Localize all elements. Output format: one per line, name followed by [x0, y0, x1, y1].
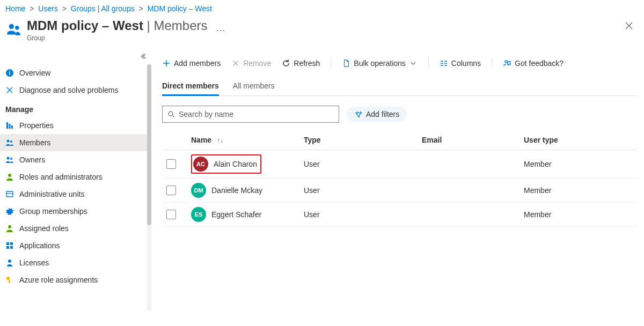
- sidebar-item-owners[interactable]: Owners: [0, 151, 150, 168]
- sidebar-item-label: Group memberships: [19, 207, 87, 216]
- refresh-button[interactable]: Refresh: [282, 59, 320, 68]
- title-light: | Members: [143, 18, 208, 33]
- col-email[interactable]: Email: [418, 130, 519, 150]
- toolbar-separator: [331, 58, 331, 69]
- add-filters-label: Add filters: [366, 110, 399, 118]
- sidebar-item-properties[interactable]: Properties: [0, 117, 150, 134]
- tab-direct-members[interactable]: Direct members: [162, 78, 219, 95]
- toolbar-label: Add members: [174, 59, 221, 68]
- roles-icon: [5, 173, 14, 181]
- member-usertype: Member: [519, 150, 638, 179]
- svg-point-24: [8, 260, 11, 263]
- collapse-sidebar-button[interactable]: [140, 53, 147, 62]
- close-button[interactable]: [625, 21, 633, 33]
- breadcrumb-current[interactable]: MDM policy – West: [148, 4, 212, 13]
- toolbar-label: Remove: [243, 59, 271, 68]
- search-icon: [167, 110, 175, 118]
- breadcrumb-groups[interactable]: Groups | All groups: [71, 4, 135, 13]
- breadcrumb: Home > Users > Groups | All groups > MDM…: [0, 0, 644, 16]
- member-type: User: [299, 150, 418, 179]
- col-checkbox: [162, 130, 187, 150]
- sidebar-item-group-memberships[interactable]: Group memberships: [0, 203, 150, 220]
- more-actions-button[interactable]: ···: [216, 25, 226, 36]
- sidebar-item-members[interactable]: Members: [0, 134, 150, 151]
- breadcrumb-users[interactable]: Users: [38, 4, 58, 13]
- svg-point-1: [15, 26, 19, 29]
- svg-point-6: [9, 71, 10, 72]
- table-row[interactable]: DMDanielle Mckay User Member: [162, 179, 638, 203]
- columns-icon: [440, 59, 448, 68]
- licenses-icon: [5, 258, 14, 267]
- name-cell[interactable]: DMDanielle Mckay: [191, 183, 295, 198]
- sidebar-item-label: Roles and administrators: [19, 173, 103, 181]
- tab-all-members[interactable]: All members: [233, 78, 275, 95]
- diagnose-icon: [5, 86, 14, 94]
- svg-point-38: [505, 61, 507, 63]
- svg-point-16: [8, 174, 11, 177]
- properties-icon: [5, 121, 14, 130]
- sidebar-item-label: Azure role assignments: [19, 276, 98, 284]
- sidebar-item-label: Overview: [19, 69, 50, 77]
- name-cell[interactable]: ACAlain Charon: [191, 154, 295, 174]
- gear-icon: [5, 207, 14, 216]
- group-icon: [6, 21, 21, 36]
- avatar: ES: [191, 207, 206, 222]
- sidebar-item-azure-roles[interactable]: Azure role assignments: [0, 271, 150, 288]
- row-checkbox[interactable]: [166, 159, 176, 169]
- row-checkbox[interactable]: [166, 210, 176, 219]
- columns-button[interactable]: Columns: [440, 59, 481, 68]
- bulk-operations-button[interactable]: Bulk operations: [342, 59, 418, 68]
- sidebar-item-label: Applications: [19, 241, 60, 250]
- remove-button: Remove: [231, 59, 271, 68]
- toolbar-label: Refresh: [294, 59, 320, 68]
- feedback-button[interactable]: Got feedback?: [503, 59, 564, 68]
- member-email: [418, 150, 519, 179]
- refresh-icon: [282, 59, 290, 68]
- admin-units-icon: [5, 190, 14, 198]
- sidebar-item-applications[interactable]: Applications: [0, 237, 150, 254]
- add-members-button[interactable]: Add members: [162, 59, 221, 68]
- svg-point-39: [169, 112, 173, 116]
- table-row[interactable]: ESEggert Schafer User Member: [162, 203, 638, 227]
- sidebar-item-licenses[interactable]: Licenses: [0, 254, 150, 271]
- add-filters-button[interactable]: Add filters: [347, 107, 407, 122]
- svg-point-14: [7, 157, 10, 160]
- row-checkbox[interactable]: [166, 186, 176, 195]
- breadcrumb-sep: >: [30, 4, 34, 13]
- sidebar-item-label: Licenses: [19, 258, 49, 267]
- col-type[interactable]: Type: [299, 130, 418, 150]
- sidebar-item-overview[interactable]: Overview: [0, 64, 150, 82]
- breadcrumb-home[interactable]: Home: [5, 4, 25, 13]
- toolbar-label: Got feedback?: [515, 59, 564, 68]
- col-name-label: Name: [191, 136, 211, 144]
- table-row[interactable]: ACAlain Charon User Member: [162, 150, 638, 179]
- page-subtitle: Group: [27, 34, 208, 42]
- page-header: MDM policy – West | Members Group ···: [0, 16, 644, 49]
- name-cell[interactable]: ESEggert Schafer: [191, 207, 295, 222]
- col-name[interactable]: Name ↑↓: [187, 130, 299, 150]
- member-email: [418, 179, 519, 203]
- search-box[interactable]: [162, 106, 339, 123]
- svg-rect-10: [9, 124, 11, 129]
- svg-rect-17: [6, 191, 13, 197]
- sidebar-item-label: Owners: [19, 155, 45, 164]
- member-type: User: [299, 179, 418, 203]
- sidebar-section-manage: Manage: [0, 99, 150, 117]
- sidebar-item-roles-admins[interactable]: Roles and administrators: [0, 168, 150, 186]
- svg-point-12: [7, 140, 10, 143]
- members-icon: [5, 138, 14, 147]
- svg-rect-9: [6, 122, 8, 129]
- svg-rect-20: [6, 242, 9, 245]
- search-input[interactable]: [179, 110, 334, 118]
- sidebar-item-assigned-roles[interactable]: Assigned roles: [0, 220, 150, 237]
- col-usertype[interactable]: User type: [519, 130, 638, 150]
- svg-rect-22: [6, 246, 9, 249]
- x-icon: [231, 59, 240, 68]
- sidebar-item-label: Administrative units: [19, 190, 84, 198]
- sidebar-item-diagnose[interactable]: Diagnose and solve problems: [0, 82, 150, 99]
- sidebar-item-label: Properties: [19, 121, 54, 130]
- member-usertype: Member: [519, 203, 638, 227]
- sidebar-item-admin-units[interactable]: Administrative units: [0, 186, 150, 203]
- breadcrumb-sep: >: [139, 4, 143, 13]
- sidebar: Overview Diagnose and solve problems Man…: [0, 49, 150, 326]
